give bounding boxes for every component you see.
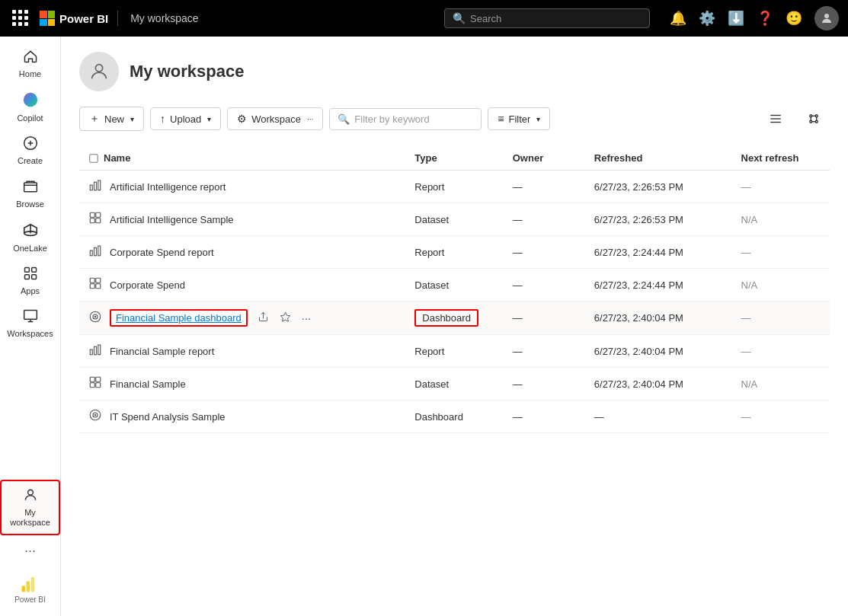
workspace-more-icon: ··· — [307, 115, 313, 123]
sidebar-item-workspaces[interactable]: Workspaces — [0, 302, 60, 345]
upload-button[interactable]: ↑ Upload ▾ — [150, 107, 221, 130]
new-button[interactable]: ＋ New ▾ — [79, 107, 144, 131]
copilot-icon — [22, 91, 39, 110]
workspace-table: Name Type Owner Refreshed Next refresh A… — [79, 146, 830, 433]
name-cell: Financial Sample report — [88, 343, 396, 359]
workspace-nav-label: My workspace — [130, 12, 198, 24]
table-row: Artificial Intelligence report Report — … — [79, 171, 830, 203]
sidebar-item-home[interactable]: Home — [0, 43, 60, 85]
svg-rect-35 — [96, 219, 101, 223]
table-header: Name Type Owner Refreshed Next refresh — [79, 146, 830, 171]
svg-rect-34 — [90, 219, 94, 223]
apps-grid-icon[interactable] — [9, 7, 32, 30]
item-type: Report — [414, 247, 444, 258]
onelake-icon — [22, 222, 39, 241]
sidebar-item-apps[interactable]: Apps — [0, 260, 60, 302]
create-icon — [23, 136, 38, 153]
download-icon[interactable]: ⬇️ — [728, 10, 744, 27]
svg-point-0 — [824, 14, 829, 18]
svg-rect-52 — [96, 377, 101, 381]
favorite-icon[interactable] — [277, 310, 293, 327]
filter-lines-icon: ≡ — [498, 113, 504, 125]
table-row: Financial Sample report Report — 6/27/23… — [79, 335, 830, 368]
item-refreshed: 6/27/23, 2:24:44 PM — [585, 269, 732, 302]
svg-rect-54 — [96, 383, 101, 388]
filter-search-icon: 🔍 — [338, 113, 350, 125]
feedback-icon[interactable]: 🙂 — [786, 10, 802, 27]
microsoft-logo[interactable]: Power BI — [40, 11, 118, 26]
svg-point-20 — [810, 115, 812, 117]
sidebar-item-myworkspace[interactable]: My workspace — [0, 480, 60, 535]
filter-input[interactable] — [354, 113, 473, 125]
item-name: Financial Sample report — [110, 346, 214, 357]
item-type: Dataset — [414, 214, 449, 225]
item-refreshed: 6/27/23, 2:26:53 PM — [585, 171, 732, 203]
item-owner: — — [504, 236, 585, 269]
svg-rect-53 — [90, 383, 94, 388]
share-icon[interactable] — [255, 310, 271, 327]
grid-view-icon — [807, 112, 821, 126]
myworkspace-icon — [23, 487, 38, 505]
svg-rect-51 — [90, 377, 94, 381]
table-row: Financial Sample Dataset — 6/27/23, 2:40… — [79, 368, 830, 401]
name-cell: Corporate Spend report — [88, 244, 396, 260]
item-next-refresh: — — [732, 171, 830, 203]
sidebar-item-copilot[interactable]: Copilot — [0, 85, 60, 129]
sidebar-powerbi: Power BI — [11, 567, 49, 610]
filter-label: Filter — [509, 113, 531, 125]
workspaces-icon — [23, 308, 38, 326]
name-cell: Financial Sample — [88, 375, 396, 392]
sidebar-more-button[interactable]: ··· — [20, 538, 40, 563]
table-row: IT Spend Analysis Sample Dashboard — — — — [79, 401, 830, 433]
more-options-icon[interactable]: ··· — [299, 310, 314, 326]
filter-input-box[interactable]: 🔍 — [329, 108, 482, 130]
select-all-icon[interactable] — [88, 153, 99, 164]
new-label: New — [104, 113, 124, 125]
view-grid-button[interactable] — [798, 107, 830, 130]
col-header-type: Type — [405, 146, 503, 171]
highlighted-name-box: Financial Sample dashboard — [110, 309, 248, 327]
upload-icon: ↑ — [160, 113, 165, 125]
avatar[interactable] — [814, 6, 839, 30]
item-name: Financial Sample — [110, 378, 186, 390]
settings-icon[interactable]: ⚙️ — [699, 10, 715, 27]
svg-rect-15 — [31, 577, 34, 592]
item-type: Report — [414, 346, 444, 357]
item-name: Corporate Spend — [110, 279, 185, 291]
sidebar-myworkspace-label: My workspace — [5, 508, 56, 528]
filter-button[interactable]: ≡ Filter ▾ — [488, 107, 550, 130]
sidebar-item-browse[interactable]: Browse — [0, 173, 60, 215]
item-owner: — — [504, 269, 585, 302]
table-row: Artificial Intelligence Sample Dataset —… — [79, 203, 830, 236]
apps-icon — [23, 266, 38, 283]
notifications-icon[interactable]: 🔔 — [670, 10, 686, 27]
main-content: My workspace ＋ New ▾ ↑ Upload ▾ ⚙ Worksp… — [61, 37, 848, 616]
row-type-icon — [88, 211, 102, 228]
powerbi-label: Power BI — [14, 595, 46, 604]
item-next-refresh: — — [732, 401, 830, 433]
search-input[interactable] — [470, 13, 642, 24]
item-owner: — — [504, 401, 585, 433]
page-header: My workspace — [79, 52, 830, 91]
item-next-refresh: — — [732, 236, 830, 269]
home-icon — [23, 49, 38, 66]
sidebar-bottom: My workspace ··· Power BI — [0, 480, 60, 610]
item-refreshed: 6/27/23, 2:26:53 PM — [585, 203, 732, 236]
row-type-icon — [88, 408, 102, 425]
sidebar-browse-label: Browse — [16, 199, 44, 209]
search-bar[interactable]: 🔍 — [444, 8, 650, 28]
svg-rect-39 — [90, 278, 94, 282]
workspace-button[interactable]: ⚙ Workspace ··· — [227, 107, 323, 130]
help-icon[interactable]: ❓ — [757, 10, 773, 27]
col-header-name: Name — [79, 146, 405, 171]
svg-rect-9 — [24, 275, 29, 279]
sidebar-item-onelake[interactable]: OneLake — [0, 215, 60, 260]
row-type-icon — [88, 310, 102, 327]
view-list-button[interactable] — [760, 107, 792, 130]
item-name-link[interactable]: Financial Sample dashboard — [116, 312, 242, 324]
item-refreshed: 6/27/23, 2:24:44 PM — [585, 236, 732, 269]
svg-point-1 — [23, 93, 37, 107]
sidebar-item-create[interactable]: Create — [0, 129, 60, 172]
item-type: Dataset — [414, 279, 449, 291]
row-inline-actions: ··· — [255, 310, 314, 327]
